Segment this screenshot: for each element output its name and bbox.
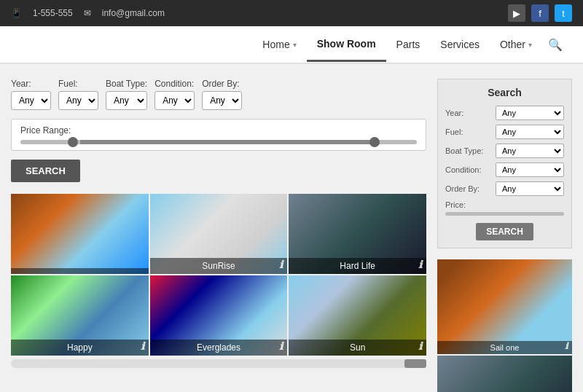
main-nav: Home ▾ Show Room Parts Services Other ▾ …: [0, 26, 583, 64]
sidebar-year-label: Year:: [445, 109, 493, 117]
nav-parts[interactable]: Parts: [386, 28, 431, 60]
nav-items: Home ▾ Show Room Parts Services Other ▾ …: [252, 28, 568, 62]
boat-card-sunrise[interactable]: SunRise ℹ: [150, 194, 288, 274]
chevron-down-icon: ▾: [293, 41, 297, 49]
sidebar-search-button[interactable]: SEARCH: [476, 223, 533, 240]
info-icon-happy[interactable]: ℹ: [141, 340, 144, 352]
boat-grid: SunRise ℹ Hard Life ℹ Happy ℹ Everglades…: [11, 194, 426, 356]
fuel-filter: Fuel: Any: [58, 79, 98, 110]
facebook-icon[interactable]: f: [531, 4, 549, 22]
order-by-select[interactable]: Any: [202, 91, 242, 110]
year-select[interactable]: Any: [11, 91, 51, 110]
main-search-button[interactable]: SEARCH: [11, 160, 80, 182]
sidebar-boat-type-filter: Boat Type: Any: [445, 144, 564, 158]
right-sidebar: Search Year: Any Fuel: Any Boat Type: An…: [437, 79, 572, 392]
youtube-icon[interactable]: ▶: [508, 4, 525, 22]
boat-label-sun: Sun: [289, 340, 426, 356]
chevron-down-icon-other: ▾: [528, 41, 532, 49]
sidebar-boat-type-select[interactable]: Any: [496, 144, 564, 158]
sidebar-card-motor[interactable]: [437, 356, 572, 392]
social-icons: ▶ f t: [508, 4, 572, 22]
scroll-handle[interactable]: [404, 359, 426, 368]
phone-number: 1-555-555: [33, 8, 73, 18]
sidebar-order-filter: Order By: Any: [445, 181, 564, 196]
sidebar-year-filter: Year: Any: [445, 106, 564, 120]
price-slider-track: [20, 140, 417, 144]
nav-other-label: Other: [500, 39, 525, 50]
sidebar-order-label: Order By:: [445, 184, 493, 193]
price-range-label: Price Range:: [20, 125, 417, 136]
main-container: Year: Any Fuel: Any Boat Type: Any Condi…: [0, 64, 583, 392]
twitter-icon[interactable]: t: [555, 4, 572, 22]
nav-home[interactable]: Home ▾: [252, 28, 306, 60]
nav-search-icon[interactable]: 🔍: [542, 28, 568, 62]
sidebar-fuel-label: Fuel:: [445, 128, 493, 136]
sidebar-boat-type-label: Boat Type:: [445, 146, 493, 155]
left-panel: Year: Any Fuel: Any Boat Type: Any Condi…: [11, 79, 426, 368]
slider-thumb-left[interactable]: [68, 137, 78, 147]
nav-services[interactable]: Services: [430, 28, 490, 60]
sidebar-search-box: Search Year: Any Fuel: Any Boat Type: An…: [437, 79, 572, 248]
fuel-label: Fuel:: [58, 79, 98, 89]
boat-label-hardlife: Hard Life: [289, 258, 426, 274]
sidebar-card-sailone-label: Sail one: [437, 341, 572, 354]
sidebar-price-row: Price:: [445, 200, 564, 216]
slider-thumb-right[interactable]: [369, 137, 380, 147]
price-range-box: Price Range:: [11, 119, 426, 151]
sidebar-fuel-filter: Fuel: Any: [445, 125, 564, 139]
info-icon-everglades[interactable]: ℹ: [279, 340, 283, 352]
year-label: Year:: [11, 79, 51, 89]
nav-home-label: Home: [262, 39, 289, 50]
info-icon-hardlife[interactable]: ℹ: [418, 259, 422, 270]
condition-filter: Condition: Any: [154, 79, 195, 110]
boat-card-happy[interactable]: Happy ℹ: [11, 275, 149, 356]
nav-showroom-label: Show Room: [317, 38, 376, 50]
boat-label-happy: Happy: [11, 340, 149, 356]
sidebar-card-sailone[interactable]: Sail one ℹ: [437, 259, 572, 354]
info-icon-sun[interactable]: ℹ: [418, 340, 422, 352]
phone-icon: 📱: [11, 8, 22, 18]
boat-card-sun[interactable]: Sun ℹ: [289, 275, 426, 356]
sidebar-order-select[interactable]: Any: [496, 181, 564, 196]
boat-card-jetski[interactable]: [11, 194, 149, 274]
condition-label: Condition:: [154, 79, 195, 89]
sidebar-card-sailone-info[interactable]: ℹ: [565, 341, 568, 351]
sidebar-price-slider[interactable]: [445, 212, 564, 216]
email-address: info@gmail.com: [102, 8, 165, 18]
boat-label-everglades: Everglades: [150, 340, 288, 356]
boat-type-filter: Boat Type: Any: [106, 79, 147, 110]
boat-type-label: Boat Type:: [106, 79, 147, 89]
nav-other[interactable]: Other ▾: [490, 28, 542, 60]
year-filter: Year: Any: [11, 79, 51, 110]
sidebar-price-label: Price:: [445, 200, 564, 209]
top-bar: 📱 1-555-555 ✉ info@gmail.com ▶ f t: [0, 0, 583, 26]
boat-card-hardlife[interactable]: Hard Life ℹ: [289, 194, 426, 274]
boat-label-sunrise: SunRise: [150, 258, 288, 274]
nav-showroom[interactable]: Show Room: [307, 28, 386, 62]
condition-select[interactable]: Any: [154, 91, 195, 110]
order-by-filter: Order By: Any: [202, 79, 242, 110]
nav-services-label: Services: [440, 39, 480, 50]
sidebar-fuel-select[interactable]: Any: [496, 125, 564, 139]
boat-type-select[interactable]: Any: [106, 91, 147, 110]
fuel-select[interactable]: Any: [58, 91, 98, 110]
nav-parts-label: Parts: [396, 39, 420, 50]
boat-label-jetski: [11, 268, 149, 274]
email-icon: ✉: [84, 8, 91, 18]
sidebar-condition-select[interactable]: Any: [496, 162, 564, 177]
sidebar-condition-label: Condition:: [445, 165, 493, 174]
horizontal-scrollbar[interactable]: [11, 359, 426, 368]
sidebar-search-title: Search: [445, 87, 564, 98]
top-bar-contact: 📱 1-555-555 ✉ info@gmail.com: [11, 8, 165, 18]
sidebar-condition-filter: Condition: Any: [445, 162, 564, 177]
filter-row: Year: Any Fuel: Any Boat Type: Any Condi…: [11, 79, 426, 110]
sidebar-year-select[interactable]: Any: [496, 106, 564, 120]
order-by-label: Order By:: [202, 79, 242, 89]
boat-card-everglades[interactable]: Everglades ℹ: [150, 275, 288, 356]
info-icon-sunrise[interactable]: ℹ: [279, 259, 283, 270]
